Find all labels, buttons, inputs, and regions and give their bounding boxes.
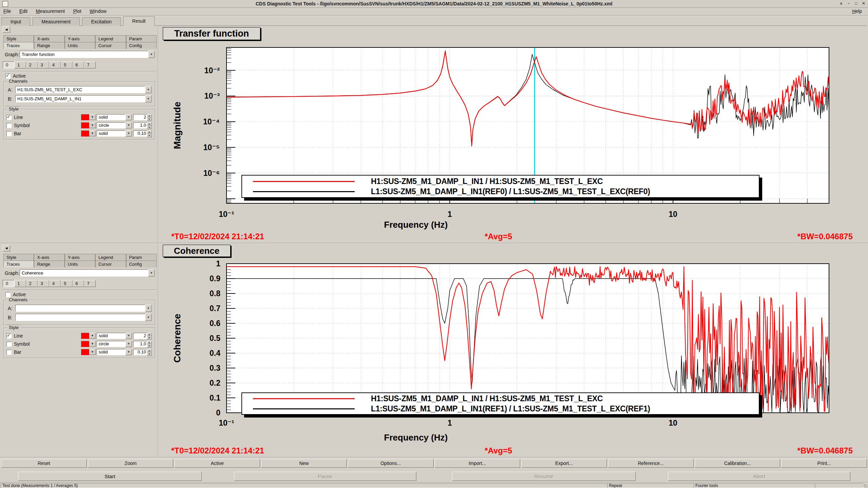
svg-text:0.6: 0.6 — [210, 319, 220, 328]
main-tabbar: Input Measurement Excitation Result — [1, 16, 867, 26]
collapse-arrow-button[interactable]: ◀ — [3, 26, 10, 33]
legend-entry-label: L1:SUS-ZM5_M1_DAMP_L_IN1(REF0) / L1:SUS-… — [371, 187, 650, 196]
options-button[interactable]: Options... — [348, 459, 434, 468]
svg-text:10⁻⁶: 10⁻⁶ — [203, 169, 220, 178]
fourier-tools-status[interactable]: Fourier tools — [694, 483, 815, 488]
subtab-xaxis[interactable]: X-axis — [34, 254, 64, 261]
subtab-legend[interactable]: Legend — [95, 254, 126, 261]
minimize-button[interactable]: − — [845, 1, 852, 6]
zoom-button[interactable]: Zoom — [88, 459, 174, 468]
active-button[interactable]: Active — [174, 459, 260, 468]
subtab-traces[interactable]: Traces — [3, 261, 34, 267]
separator — [0, 482, 868, 483]
maximize-button[interactable]: □ — [852, 1, 860, 6]
legend-entry-label: H1:SUS-ZM5_M1_DAMP_L_IN1 / H1:SUS-ZM5_M1… — [371, 177, 603, 186]
legend-line-sample — [253, 181, 355, 182]
import-button[interactable]: Import... — [435, 459, 520, 468]
subtab-row1: Style X-axis Y-axis Legend Param — [3, 35, 157, 42]
abort-button[interactable]: Abort — [668, 472, 850, 481]
new-button[interactable]: New — [261, 459, 347, 468]
subtab-param[interactable]: Param — [126, 35, 157, 42]
repeat-status[interactable]: Repeat — [607, 483, 694, 488]
export-button[interactable]: Export... — [521, 459, 607, 468]
reference-button[interactable]: Reference... — [608, 459, 694, 468]
collapse-arrow-button[interactable]: ◀ — [3, 245, 10, 251]
reset-button[interactable]: Reset — [1, 459, 87, 468]
start-button[interactable]: Start — [18, 472, 202, 481]
plot-title-coherence: Coherence — [163, 245, 231, 257]
bw-annotation: *BW=0.046875 — [797, 232, 853, 241]
calibration-button[interactable]: Calibration... — [695, 459, 781, 468]
resume-button[interactable]: Resume — [452, 472, 636, 481]
subtab-cursor[interactable]: Cursor — [95, 261, 126, 267]
legend-entry: H1:SUS-ZM5_M1_DAMP_L_IN1 / H1:SUS-ZM5_M1… — [242, 176, 759, 186]
svg-text:0.1: 0.1 — [210, 393, 220, 402]
status-message: Test done (Measurements 1 / Averages 5) — [1, 483, 608, 488]
subtab-cursor[interactable]: Cursor — [95, 42, 126, 49]
resize-grip[interactable] — [863, 484, 867, 487]
legend-transfer: H1:SUS-ZM5_M1_DAMP_L_IN1 / H1:SUS-ZM5_M1… — [241, 175, 760, 198]
titlebar: CDS Diagnostic Test Tools - /ligo/svncom… — [0, 0, 868, 8]
plots-canvas: 10⁻¹11010⁻²10⁻³10⁻⁴10⁻⁵10⁻⁶Frequency (Hz… — [0, 0, 868, 488]
shade-button[interactable]: ∧ — [837, 1, 845, 6]
avg-annotation: *Avg=5 — [465, 232, 532, 241]
subtab-row2: Traces Range Units Cursor Config — [3, 261, 157, 267]
svg-text:10⁻⁴: 10⁻⁴ — [203, 117, 220, 126]
svg-text:0.5: 0.5 — [210, 334, 220, 343]
print-button[interactable]: Print... — [781, 459, 867, 468]
pause-button[interactable]: Pause — [234, 472, 416, 481]
subtab-row2: Traces Range Units Cursor Config — [3, 42, 157, 49]
tool-button-row: Reset Zoom Active New Options... Import.… — [0, 459, 868, 468]
separator — [0, 457, 868, 458]
menu-file[interactable]: File — [0, 8, 15, 15]
close-button[interactable]: ✕ — [860, 1, 867, 6]
svg-text:0.8: 0.8 — [210, 289, 220, 298]
subtab-style[interactable]: Style — [3, 254, 34, 261]
tab-input[interactable]: Input — [1, 17, 30, 26]
svg-text:0.3: 0.3 — [210, 364, 220, 372]
subtab-legend[interactable]: Legend — [95, 35, 126, 42]
legend-entry: H1:SUS-ZM5_M1_DAMP_L_IN1 / H1:SUS-ZM5_M1… — [242, 393, 759, 404]
svg-text:Coherence: Coherence — [172, 314, 182, 363]
subtab-config[interactable]: Config — [126, 261, 157, 267]
svg-text:Frequency (Hz): Frequency (Hz) — [384, 432, 448, 443]
subtab-units[interactable]: Units — [65, 42, 95, 49]
subtab-xaxis[interactable]: X-axis — [34, 35, 64, 42]
subtab-yaxis[interactable]: Y-axis — [65, 35, 95, 42]
subtab-traces[interactable]: Traces — [3, 42, 34, 49]
svg-text:0.2: 0.2 — [210, 379, 220, 387]
legend-entry: L1:SUS-ZM5_M1_DAMP_L_IN1(REF0) / L1:SUS-… — [242, 186, 759, 197]
menu-help[interactable]: Help — [849, 8, 865, 15]
svg-text:10⁻¹: 10⁻¹ — [219, 419, 234, 427]
svg-text:10⁻²: 10⁻² — [204, 66, 220, 75]
status-spare-cell — [815, 483, 864, 488]
svg-text:1: 1 — [216, 259, 220, 268]
subtab-units[interactable]: Units — [65, 261, 95, 267]
subtab-yaxis[interactable]: Y-axis — [65, 254, 95, 261]
bw-annotation: *BW=0.046875 — [797, 446, 853, 455]
menubar-separator — [0, 15, 868, 16]
legend-line-sample — [253, 408, 355, 409]
subtab-style[interactable]: Style — [3, 35, 34, 42]
legend-entry: L1:SUS-ZM5_M1_DAMP_L_IN1(REF1) / L1:SUS-… — [242, 404, 759, 414]
legend-entry-label: H1:SUS-ZM5_M1_DAMP_L_IN1 / H1:SUS-ZM5_M1… — [371, 394, 603, 403]
svg-text:0.4: 0.4 — [210, 349, 220, 358]
menu-window[interactable]: Window — [86, 8, 110, 15]
tab-excitation[interactable]: Excitation — [82, 17, 121, 26]
subtab-param[interactable]: Param — [126, 254, 157, 261]
svg-text:10⁻³: 10⁻³ — [204, 92, 220, 100]
subtab-range[interactable]: Range — [34, 261, 64, 267]
svg-text:10: 10 — [669, 419, 677, 427]
subtab-config[interactable]: Config — [126, 42, 157, 49]
svg-text:Magnitude: Magnitude — [172, 102, 182, 149]
svg-text:0.7: 0.7 — [210, 304, 220, 313]
menu-edit[interactable]: Edit — [16, 8, 31, 15]
menu-measurement[interactable]: Measurement — [33, 8, 68, 15]
tab-result[interactable]: Result — [123, 16, 155, 26]
subtab-range[interactable]: Range — [34, 42, 64, 49]
result-half-divider — [0, 243, 868, 244]
menubar: File Edit Measurement Plot Window Help — [0, 8, 868, 15]
menu-plot[interactable]: Plot — [70, 8, 85, 15]
legend-coherence: H1:SUS-ZM5_M1_DAMP_L_IN1 / H1:SUS-ZM5_M1… — [241, 392, 760, 415]
tab-measurement[interactable]: Measurement — [33, 17, 80, 26]
